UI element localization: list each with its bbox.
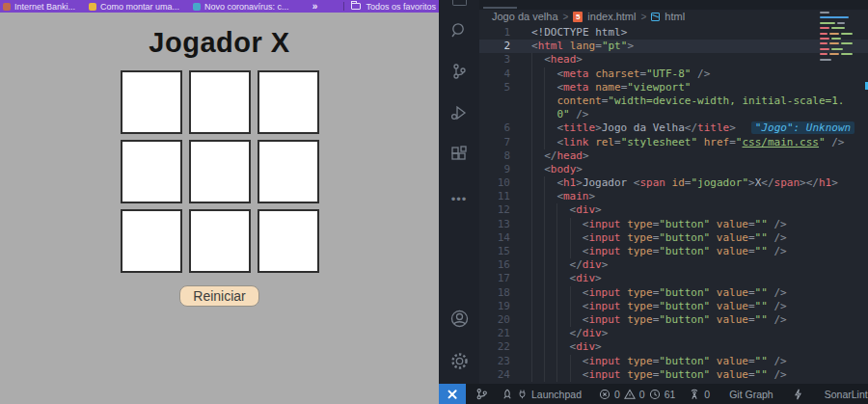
code-line[interactable]: 17<div>	[479, 272, 868, 285]
line-number: 12	[479, 203, 510, 217]
branch-status-item[interactable]	[466, 388, 495, 400]
settings-gear-icon[interactable]	[448, 349, 471, 372]
git-graph-status-item[interactable]: Git Graph	[722, 389, 780, 400]
code-line[interactable]: content="width=device-width, initial-sca…	[479, 94, 868, 108]
board-cell[interactable]	[189, 209, 251, 273]
run-debug-icon[interactable]	[448, 101, 471, 124]
code-line[interactable]: 20<input type="button" value="" />	[479, 313, 868, 327]
board-cell[interactable]	[121, 140, 182, 203]
tab-strip	[479, 0, 868, 10]
problems-status-item[interactable]: 0 0 61	[592, 389, 682, 400]
code-line[interactable]: 6<title>Jogo da Velha</title>"Jogo": Unk…	[479, 121, 868, 135]
folder-icon	[351, 3, 361, 10]
board-cell[interactable]	[121, 209, 182, 273]
indent-guide	[570, 300, 583, 313]
board-cell[interactable]	[189, 70, 251, 134]
code-line[interactable]: 1<!DOCTYPE html>	[479, 26, 868, 40]
code-line[interactable]: 5<meta name="viewport"	[479, 81, 868, 94]
indent-guide	[544, 300, 556, 313]
indent-guide	[556, 231, 569, 245]
line-number: 11	[479, 190, 510, 203]
indent-guide	[531, 190, 544, 203]
minimap-row	[820, 16, 862, 18]
minimap[interactable]	[820, 12, 862, 64]
ports-status-item[interactable]: 0	[682, 389, 717, 400]
minimap-row	[820, 12, 862, 13]
indent-guide	[556, 203, 569, 217]
line-number: 13	[479, 218, 510, 231]
tools-icon	[447, 389, 458, 400]
launchpad-status-item[interactable]: Launchpad	[495, 389, 588, 400]
breadcrumb-folder[interactable]: Jogo da velha	[492, 11, 558, 22]
indent-guide	[544, 355, 556, 368]
indent-guide	[556, 258, 569, 272]
code-line[interactable]: 0" />	[479, 108, 868, 121]
code-line[interactable]: 8</head>	[479, 149, 868, 163]
minimap-row	[820, 48, 862, 50]
account-icon[interactable]	[448, 307, 471, 330]
sonarlint-status-item[interactable]: SonarLint	[818, 389, 868, 400]
bookmark-item[interactable]: Novo coronavírus: c...	[193, 2, 289, 12]
line-number: 8	[479, 149, 510, 163]
board-cell[interactable]	[121, 70, 182, 134]
more-actions-icon[interactable]: •••	[448, 187, 471, 210]
search-icon[interactable]	[448, 19, 471, 42]
html5-file-icon: 5	[573, 12, 583, 22]
indent-guide	[544, 81, 556, 94]
code-line[interactable]: 9<body>	[479, 163, 868, 176]
indent-guide	[531, 340, 544, 354]
code-line[interactable]: 22<div>	[479, 340, 868, 354]
code-line[interactable]: 13<input type="button" value="" />	[479, 218, 868, 231]
status-bar: Launchpad 0 0 61 0 Git Graph SonarLin	[439, 384, 868, 404]
board-cell[interactable]	[189, 140, 251, 203]
breadcrumb-file[interactable]: index.html	[587, 11, 636, 22]
explorer-icon[interactable]	[452, 0, 467, 6]
code-line[interactable]: 16</div>	[479, 258, 868, 272]
restart-button[interactable]: Reiniciar	[179, 285, 258, 307]
indent-guide	[531, 245, 544, 258]
all-favorites[interactable]: Todos os favoritos	[337, 2, 436, 12]
line-number: 22	[479, 340, 510, 354]
breadcrumb-symbol[interactable]: html	[665, 11, 685, 22]
line-number: 23	[479, 355, 510, 368]
minimap-row	[820, 33, 862, 35]
board-cell[interactable]	[258, 70, 319, 134]
code-line[interactable]: 21</div>	[479, 327, 868, 340]
indent-guide	[544, 108, 556, 121]
bookmarks-overflow-chevron[interactable]: »	[312, 1, 318, 12]
indent-guide	[556, 355, 569, 368]
minimap-row	[820, 38, 862, 40]
activity-bar: •••	[439, 0, 479, 384]
bookmark-item[interactable]: Internet Banki...	[3, 2, 75, 12]
code-line[interactable]: 24<input type="button" value="" />	[479, 368, 868, 382]
lightning-status-item[interactable]	[786, 389, 810, 400]
board-cell[interactable]	[258, 209, 319, 273]
error-icon	[599, 389, 610, 400]
indent-guide	[531, 149, 544, 163]
branch-icon	[475, 388, 488, 400]
code-line[interactable]: 23<input type="button" value="" />	[479, 355, 868, 368]
extensions-icon[interactable]	[448, 143, 471, 166]
code-line[interactable]: 4<meta charset="UTF-8" />	[479, 67, 868, 81]
lightning-icon	[793, 389, 803, 400]
board-cell[interactable]	[258, 140, 319, 203]
code-line[interactable]: 19<input type="button" value="" />	[479, 300, 868, 313]
code-line[interactable]: 12<div>	[479, 203, 868, 217]
code-line[interactable]: 11<main>	[479, 190, 868, 203]
bookmark-label: Internet Banki...	[14, 2, 75, 12]
indent-guide	[570, 286, 583, 300]
indent-guide	[570, 368, 583, 382]
indent-guide	[544, 203, 556, 217]
code-line[interactable]: 15<input type="button" value="" />	[479, 245, 868, 258]
source-control-icon[interactable]	[448, 60, 471, 83]
sonarlint-label: SonarLint	[825, 389, 868, 400]
code-line[interactable]: 3<head>	[479, 53, 868, 67]
code-line[interactable]: 18<input type="button" value="" />	[479, 286, 868, 300]
code-line[interactable]: 14<input type="button" value="" />	[479, 231, 868, 245]
bookmark-item[interactable]: Como montar uma...	[89, 2, 179, 12]
code-line[interactable]: 10<h1>Jogador <span id="jogador">X</span…	[479, 176, 868, 190]
code-editor[interactable]: 1<!DOCTYPE html>2<html lang="pt">3<head>…	[479, 23, 868, 384]
code-line[interactable]: 7<link rel="stylesheet" href="css/main.c…	[479, 136, 868, 149]
remote-indicator[interactable]	[439, 384, 466, 404]
code-line[interactable]: 2<html lang="pt">	[479, 40, 868, 53]
